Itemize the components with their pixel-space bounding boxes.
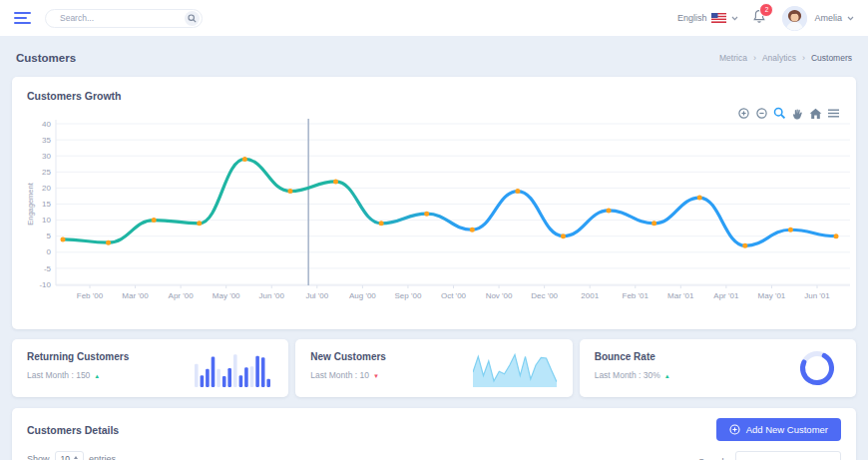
- customers-details-panel: Customers Details Add New Customer Show …: [12, 408, 856, 460]
- svg-text:May '00: May '00: [213, 291, 240, 300]
- svg-text:Jun '01: Jun '01: [804, 291, 830, 300]
- svg-text:Mar '00: Mar '00: [122, 291, 149, 300]
- notification-badge: 2: [759, 3, 773, 17]
- svg-text:Dec '00: Dec '00: [531, 291, 558, 300]
- svg-text:Aug '00: Aug '00: [349, 291, 376, 300]
- svg-text:25: 25: [42, 168, 51, 177]
- user-menu[interactable]: Amelia: [814, 13, 854, 23]
- select-arrows-icon: [74, 456, 78, 460]
- page-size-select[interactable]: 10: [55, 451, 84, 460]
- search-input[interactable]: [58, 12, 172, 24]
- breadcrumb-customers: Customers: [811, 53, 852, 63]
- avatar[interactable]: [782, 6, 807, 31]
- svg-text:-10: -10: [39, 280, 51, 289]
- svg-text:-5: -5: [44, 264, 52, 273]
- svg-text:20: 20: [42, 184, 51, 193]
- customers-growth-panel: Customers Growth 4035302520151050-5-10Fe…: [12, 77, 856, 329]
- svg-text:May '01: May '01: [758, 291, 786, 300]
- topbar-search: [45, 9, 203, 28]
- notifications-button[interactable]: 2: [752, 9, 766, 28]
- returning-customers-card: Returning Customers Last Month : 150▲: [12, 339, 288, 397]
- table-search-control: Search:: [698, 451, 841, 460]
- page-size-control: Show 10 entries: [27, 451, 116, 460]
- svg-text:Jul '00: Jul '00: [305, 291, 328, 300]
- svg-text:0: 0: [47, 247, 52, 256]
- bounce-rate-radial-chart: [798, 349, 836, 391]
- stat-cards-row: Returning Customers Last Month : 150▲ Ne…: [12, 339, 856, 397]
- add-new-customer-button[interactable]: Add New Customer: [716, 418, 841, 441]
- language-label: English: [677, 13, 707, 23]
- table-search-input[interactable]: [735, 451, 841, 460]
- trend-down-icon: ▼: [373, 373, 379, 379]
- returning-customers-mini-bar-chart: [195, 349, 272, 391]
- svg-text:10: 10: [42, 216, 51, 225]
- details-panel-title: Customers Details: [27, 424, 119, 436]
- trend-up-icon: ▲: [664, 373, 670, 379]
- topbar-right: English 2 Amelia: [677, 6, 854, 31]
- chevron-down-icon: [731, 16, 738, 21]
- bounce-rate-card: Bounce Rate Last Month : 30%▲: [580, 339, 856, 397]
- topbar: English 2 Amelia: [0, 0, 868, 36]
- breadcrumb-separator: ›: [753, 53, 756, 63]
- page-head: Customers Metrica › Analytics › Customer…: [0, 36, 868, 77]
- breadcrumb-metrica[interactable]: Metrica: [719, 53, 747, 63]
- breadcrumb: Metrica › Analytics › Customers: [719, 53, 852, 63]
- svg-text:Jun '00: Jun '00: [258, 291, 284, 300]
- language-selector[interactable]: English: [677, 13, 739, 23]
- page-title: Customers: [16, 52, 76, 64]
- svg-text:2001: 2001: [581, 291, 599, 300]
- svg-text:15: 15: [42, 200, 51, 209]
- svg-text:Feb '01: Feb '01: [623, 291, 650, 300]
- breadcrumb-separator: ›: [802, 53, 805, 63]
- new-customers-sparkline-chart: [473, 349, 557, 391]
- breadcrumb-analytics[interactable]: Analytics: [762, 53, 796, 63]
- svg-text:Nov '00: Nov '00: [486, 291, 513, 300]
- svg-text:Sep '00: Sep '00: [394, 291, 421, 300]
- search-icon[interactable]: [185, 11, 200, 26]
- trend-up-icon: ▲: [94, 373, 100, 379]
- svg-text:30: 30: [42, 152, 51, 161]
- svg-text:5: 5: [47, 231, 52, 240]
- customers-growth-chart[interactable]: 4035302520151050-5-10Feb '00Mar '00Apr '…: [26, 113, 854, 317]
- svg-text:40: 40: [42, 120, 51, 129]
- entries-label: entries: [89, 454, 116, 460]
- svg-text:Mar '01: Mar '01: [667, 291, 694, 300]
- new-customers-card: New Customers Last Month : 10▼: [295, 339, 572, 397]
- plus-circle-icon: [729, 424, 740, 435]
- svg-text:Engagement: Engagement: [26, 182, 35, 225]
- svg-text:Apr '00: Apr '00: [169, 291, 195, 300]
- svg-text:35: 35: [42, 136, 51, 145]
- username: Amelia: [814, 13, 842, 23]
- growth-panel-title: Customers Growth: [12, 77, 856, 102]
- chevron-down-icon: [847, 16, 854, 21]
- us-flag-icon: [711, 13, 726, 23]
- show-label: Show: [27, 454, 50, 460]
- svg-text:Oct '00: Oct '00: [441, 291, 467, 300]
- menu-toggle-icon[interactable]: [14, 12, 31, 24]
- table-search-label: Search:: [698, 457, 729, 460]
- svg-text:Apr '01: Apr '01: [713, 291, 739, 300]
- svg-text:Feb '00: Feb '00: [77, 291, 104, 300]
